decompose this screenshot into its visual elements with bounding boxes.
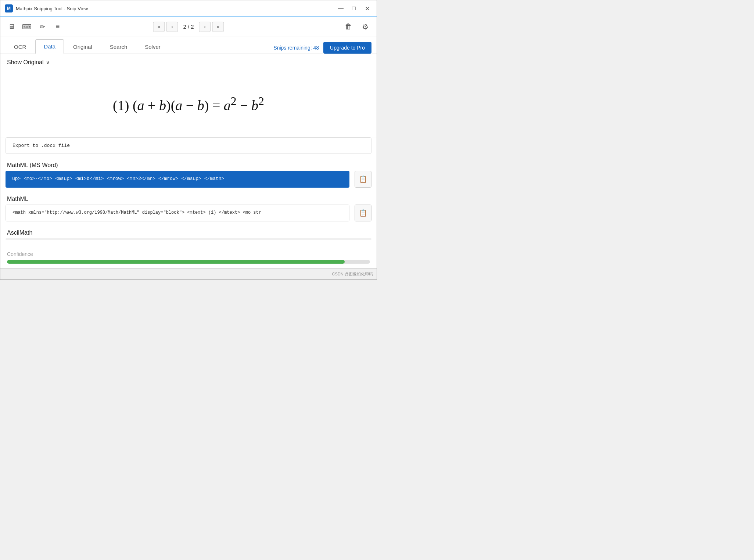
settings-icon[interactable]: ⚙ — [359, 21, 371, 33]
export-row[interactable]: Export to .docx file — [6, 137, 371, 154]
show-original-toggle[interactable]: Show Original ∨ — [7, 59, 50, 66]
copy-icon-2: 📋 — [359, 209, 367, 217]
mathml-ms-word-row: up> <mo>-</mo> <msup> <mi>b</mi> <mrow> … — [0, 171, 377, 188]
math-display-area: (1) (a + b)(a − b) = a2 − b2 — [0, 71, 377, 137]
page-counter: 2 / 2 — [179, 24, 197, 30]
title-bar-left: M Mathpix Snipping Tool - Snip View — [5, 4, 88, 12]
maximize-button[interactable]: □ — [349, 4, 359, 12]
tab-ocr[interactable]: OCR — [6, 40, 35, 54]
prev-page-button[interactable]: ‹ — [166, 22, 178, 32]
minimize-button[interactable]: — — [335, 4, 346, 12]
pen-icon[interactable]: ✏ — [36, 21, 48, 33]
mathml-label: MathML — [0, 192, 377, 205]
copy-icon: 📋 — [359, 175, 367, 183]
next-page-button[interactable]: › — [199, 22, 211, 32]
mathml-ms-word-label: MathML (MS Word) — [0, 158, 377, 171]
mathml-ms-word-code: up> <mo>-</mo> <msup> <mi>b</mi> <mrow> … — [6, 171, 349, 188]
show-original-label-text: Show Original — [7, 59, 44, 66]
bottom-bar-text: CSDN @图像幻化印码 — [332, 271, 373, 277]
nav-controls: « ‹ 2 / 2 › » — [153, 22, 224, 32]
title-bar: M Mathpix Snipping Tool - Snip View — □ … — [0, 0, 377, 17]
app-icon: M — [5, 4, 13, 12]
upgrade-button[interactable]: Upgrade to Pro — [323, 42, 371, 54]
window-controls: — □ ✕ — [335, 4, 372, 12]
keyboard-icon[interactable]: ⌨ — [21, 21, 33, 33]
content-area: Show Original ∨ (1) (a + b)(a − b) = a2 … — [0, 54, 377, 268]
confidence-bar-fill — [7, 260, 345, 264]
math-formula: (1) (a + b)(a − b) = a2 − b2 — [113, 95, 264, 113]
toolbar: 🖥 ⌨ ✏ ≡ « ‹ 2 / 2 › » 🗑 ⚙ — [0, 17, 377, 36]
snips-info: Snips remaining: 48 Upgrade to Pro — [273, 42, 371, 54]
tab-solver[interactable]: Solver — [136, 40, 169, 54]
confidence-section: Confidence — [0, 245, 377, 267]
first-page-button[interactable]: « — [153, 22, 165, 32]
snips-remaining-text: Snips remaining: 48 — [273, 45, 319, 51]
copy-mathml-ms-word-button[interactable]: 📋 — [355, 171, 371, 188]
confidence-bar-bg — [7, 260, 370, 264]
mathml-row: <math xmlns="http://www.w3.org/1998/Math… — [0, 205, 377, 221]
monitor-icon[interactable]: 🖥 — [6, 21, 17, 33]
last-page-button[interactable]: » — [212, 22, 224, 32]
toolbar-right: 🗑 ⚙ — [342, 21, 371, 33]
export-label-text: Export to .docx file — [12, 143, 70, 148]
window-title: Mathpix Snipping Tool - Snip View — [16, 6, 88, 11]
show-original-bar: Show Original ∨ — [0, 54, 377, 71]
tab-bar: OCR Data Original Search Solver Snips re… — [0, 36, 377, 54]
tab-data[interactable]: Data — [35, 39, 64, 54]
tab-search[interactable]: Search — [101, 40, 136, 54]
mathml-code: <math xmlns="http://www.w3.org/1998/Math… — [6, 205, 349, 221]
confidence-label: Confidence — [7, 251, 370, 257]
app-window: M Mathpix Snipping Tool - Snip View — □ … — [0, 0, 377, 280]
tab-original[interactable]: Original — [65, 40, 101, 54]
copy-mathml-button[interactable]: 📋 — [355, 205, 371, 221]
asciimath-label: AsciiMath — [0, 226, 377, 238]
bottom-bar: CSDN @图像幻化印码 — [0, 268, 377, 279]
menu-icon[interactable]: ≡ — [52, 21, 64, 33]
close-button[interactable]: ✕ — [362, 4, 372, 12]
chevron-down-icon: ∨ — [46, 59, 50, 65]
trash-icon[interactable]: 🗑 — [342, 21, 355, 33]
